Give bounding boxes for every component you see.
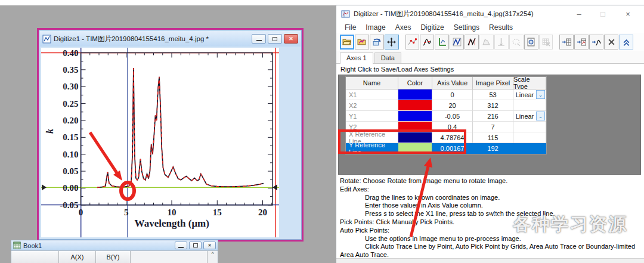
svg-text:0.20: 0.20 — [63, 116, 78, 125]
svg-text:0.40: 0.40 — [63, 48, 78, 58]
x-axis-label: Wavelength (μm) — [135, 218, 209, 229]
auto-trace-line-icon — [423, 38, 432, 47]
book1-minimize-button[interactable] — [175, 242, 187, 249]
book1-titlebar[interactable]: Book1 ✕ — [11, 240, 218, 250]
graph-restore-button[interactable] — [268, 34, 282, 44]
table-header-row: NameColorAxis ValueImage PixelScale Type — [346, 77, 546, 89]
tab-data[interactable]: Data — [374, 52, 401, 63]
boundary-auto-trace-icon — [497, 38, 506, 47]
graph-window-titlebar[interactable]: Digitize1 - TIM图片20190804155416_meitu_4.… — [40, 31, 301, 47]
traced-curve-overlay — [97, 68, 264, 187]
table-row-x1[interactable]: X1053Linear⌄ — [346, 89, 546, 100]
go-to-image-icon — [527, 38, 535, 47]
go-to-result-curve-button[interactable] — [589, 35, 603, 49]
graph-window-client: 0.400.350.300.250.200.150.100.050.00-0.0… — [41, 47, 300, 238]
digitizer-tabstrip: Axes 1Data — [336, 51, 644, 64]
show-axes-button[interactable] — [435, 35, 449, 49]
axes-settings-panel: NameColorAxis ValueImage PixelScale Type… — [338, 75, 641, 175]
dialog-close-button[interactable]: × — [619, 8, 637, 20]
auto-pick-by-grid-button[interactable] — [465, 35, 479, 49]
column-header-a[interactable]: A(X) — [59, 251, 96, 263]
move-reference-lines-button[interactable] — [385, 35, 399, 49]
cell-color[interactable] — [398, 89, 432, 100]
scale-type-combo[interactable]: Linear⌄ — [513, 111, 546, 121]
cell-image-pixel: 53 — [473, 89, 513, 100]
go-to-data-worksheet-button[interactable] — [559, 35, 574, 49]
area-auto-trace-icon — [482, 38, 491, 47]
book1-restore-button[interactable] — [189, 242, 202, 249]
import-image-button[interactable] — [340, 35, 354, 49]
chevron-down-icon[interactable]: ⌄ — [536, 90, 545, 99]
book1-title: Book1 — [23, 242, 173, 249]
graph-close-button[interactable]: ✕ — [284, 34, 298, 44]
digitized-image-page[interactable]: 0.400.350.300.250.200.150.100.050.00-0.0… — [41, 48, 279, 237]
table-row-y1[interactable]: Y1-0.05216Linear⌄ — [346, 111, 546, 122]
remove-gridlines-button — [539, 35, 553, 49]
cell-color[interactable] — [398, 100, 432, 111]
collapse-panel-button[interactable] — [619, 35, 633, 49]
menu-file[interactable]: File — [340, 23, 361, 32]
manually-pick-points-button[interactable] — [405, 35, 420, 49]
book1-column-headers: A(X) B(Y) ^ — [11, 250, 218, 263]
boundary-auto-trace-button — [494, 35, 509, 49]
column-header-scale-type: Scale Type — [513, 77, 546, 89]
dialog-bottom-strip — [336, 258, 644, 263]
svg-text:0.30: 0.30 — [63, 82, 78, 91]
cell-image-pixel: 312 — [473, 100, 513, 111]
table-row-x2[interactable]: X220312 — [346, 100, 546, 111]
column-header-image-pixel: Image Pixel — [473, 77, 513, 89]
graph-minimize-button[interactable] — [252, 34, 266, 44]
menu-axes[interactable]: Axes — [391, 23, 416, 32]
color-swatch[interactable] — [398, 111, 432, 121]
digitizer-dialog[interactable]: Digitizer - TIM图片20190804155416_meitu_4.… — [336, 5, 644, 263]
menu-settings[interactable]: Settings — [449, 23, 484, 32]
area-erase-icon — [512, 38, 521, 47]
go-to-image-button[interactable] — [524, 35, 538, 49]
color-swatch[interactable] — [398, 100, 432, 110]
graph-window-selection-border: Digitize1 - TIM图片20190804155416_meitu_4.… — [37, 28, 304, 242]
cell-axis-value[interactable]: 0 — [432, 89, 473, 100]
cell-axis-value[interactable]: 20 — [432, 100, 473, 111]
color-swatch[interactable] — [398, 89, 432, 100]
digitize-plot: 0.400.350.300.250.200.150.100.050.00-0.0… — [41, 48, 279, 237]
go-to-result-window-button[interactable] — [574, 35, 589, 49]
cell-scale-type[interactable]: Linear⌄ — [513, 89, 546, 100]
cell-scale-type[interactable]: Linear⌄ — [513, 111, 546, 122]
spectrum-curve — [97, 68, 264, 187]
y-axis-label: k — [45, 129, 55, 134]
book1-window[interactable]: Book1 ✕ A(X) B(Y) ^ — [11, 240, 218, 263]
scroll-up-arrow[interactable]: ^ — [207, 251, 218, 263]
import-graph-icon — [357, 38, 366, 47]
svg-text:0.15: 0.15 — [63, 132, 78, 142]
rotate-image-button[interactable] — [370, 35, 384, 49]
import-graph-button[interactable] — [355, 35, 369, 49]
collapse-panel-icon — [622, 38, 631, 47]
cell-color[interactable] — [398, 111, 432, 122]
cell-axis-value[interactable]: -0.05 — [432, 111, 473, 122]
digitizer-titlebar[interactable]: Digitizer - TIM图片20190804155416_meitu_4.… — [336, 5, 644, 22]
cell-image-pixel: 7 — [473, 122, 513, 132]
show-axes-icon — [438, 38, 447, 47]
menu-results[interactable]: Results — [484, 23, 518, 32]
dialog-maximize-button[interactable]: □ — [594, 8, 612, 20]
auto-trace-by-point-button[interactable] — [450, 35, 464, 49]
go-to-data-worksheet-icon — [562, 38, 571, 47]
auto-trace-line-button[interactable] — [420, 35, 434, 49]
menu-digitize[interactable]: Digitize — [416, 23, 448, 32]
close-digitizer-button[interactable] — [604, 35, 618, 49]
column-header-b[interactable]: B(Y) — [96, 251, 131, 263]
book1-close-button[interactable]: ✕ — [203, 242, 216, 249]
chevron-down-icon[interactable]: ⌄ — [536, 112, 545, 120]
graph-window[interactable]: Digitize1 - TIM图片20190804155416_meitu_4.… — [39, 30, 302, 240]
plot-frame — [81, 53, 273, 205]
row-header-corner[interactable] — [11, 251, 59, 263]
tab-axes-1[interactable]: Axes 1 — [340, 52, 373, 64]
scale-type-combo[interactable]: Linear⌄ — [513, 89, 546, 100]
svg-text:0.10: 0.10 — [63, 150, 78, 159]
cell-scale-type — [513, 143, 546, 154]
digitizer-toolbar — [336, 33, 644, 51]
y-reference-left-handle[interactable] — [42, 184, 47, 190]
dialog-minimize-button[interactable]: – — [570, 8, 588, 20]
menu-image[interactable]: Image — [361, 23, 390, 32]
manually-pick-points-icon — [408, 38, 417, 47]
